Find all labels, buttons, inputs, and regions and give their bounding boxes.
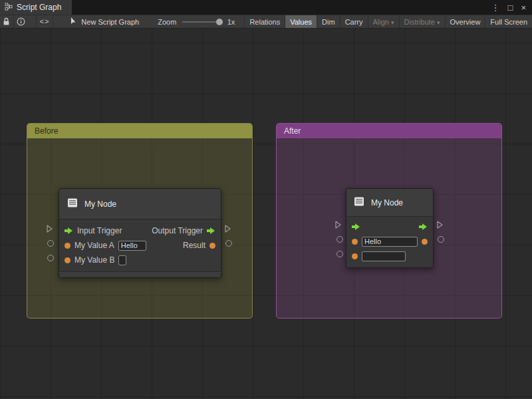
window-controls: ⋮ □ × bbox=[491, 0, 532, 15]
result-ext-port[interactable] bbox=[225, 240, 232, 247]
result-label: Result bbox=[183, 241, 205, 250]
values-button[interactable]: Values bbox=[285, 15, 317, 28]
value-b-ext-port[interactable] bbox=[47, 255, 54, 261]
flow-port-row bbox=[346, 219, 433, 234]
fullscreen-button[interactable]: Full Screen bbox=[485, 15, 532, 28]
script-graph-window: Script Graph ⋮ □ × <> New Script Graph Z… bbox=[0, 0, 532, 399]
kebab-menu-icon[interactable]: ⋮ bbox=[491, 3, 500, 13]
flow-output-port-icon[interactable] bbox=[419, 223, 428, 230]
node-footer bbox=[59, 271, 221, 277]
node-icon bbox=[352, 195, 366, 210]
zoom-slider-handle[interactable] bbox=[216, 19, 223, 25]
value-a-input[interactable] bbox=[362, 237, 418, 247]
tab-title: Script Graph bbox=[17, 3, 61, 12]
value-port-row: My Value B bbox=[59, 253, 221, 267]
flow-input-ext-port[interactable] bbox=[47, 225, 53, 233]
graph-breadcrumb[interactable]: New Script Graph bbox=[69, 17, 139, 27]
group-before-label: Before bbox=[35, 126, 58, 136]
value-port-row: My Value A Result bbox=[59, 238, 221, 253]
node-title: My Node bbox=[84, 200, 116, 209]
distribute-button: Distribute ▾ bbox=[399, 15, 445, 28]
toolbar-buttons: Relations Values Dim Carry Align ▾ Distr… bbox=[244, 15, 532, 28]
graph-canvas[interactable]: Before After My Node Input Trigger bbox=[0, 29, 532, 399]
value-port-row bbox=[346, 234, 433, 249]
node-after-header[interactable]: My Node bbox=[346, 189, 433, 217]
node-icon bbox=[66, 196, 79, 211]
value-a-label: My Value A bbox=[74, 241, 114, 250]
value-b-ext-port[interactable] bbox=[336, 251, 343, 257]
group-after-label: After bbox=[284, 126, 301, 136]
relations-button[interactable]: Relations bbox=[244, 15, 285, 28]
value-b-label: My Value B bbox=[74, 255, 114, 265]
value-a-ext-port[interactable] bbox=[47, 240, 54, 247]
group-after-header[interactable]: After bbox=[277, 124, 501, 138]
node-before-body: Input Trigger Output Trigger My Value A … bbox=[59, 219, 221, 271]
value-a-ext-port[interactable] bbox=[336, 236, 343, 243]
value-port-row bbox=[346, 249, 433, 263]
flow-output-ext-port[interactable] bbox=[437, 221, 443, 229]
flow-input-port-icon[interactable] bbox=[352, 223, 360, 230]
cursor-icon bbox=[69, 17, 77, 27]
flow-output-port-icon[interactable] bbox=[207, 227, 215, 234]
script-graph-icon bbox=[5, 3, 13, 13]
node-before[interactable]: My Node Input Trigger Output Trigger bbox=[59, 188, 221, 278]
zoom-label: Zoom bbox=[158, 18, 176, 26]
chevron-down-icon: ▾ bbox=[437, 19, 440, 26]
output-trigger-label: Output Trigger bbox=[152, 226, 203, 235]
zoom-slider[interactable] bbox=[182, 21, 222, 23]
align-button: Align ▾ bbox=[368, 15, 399, 28]
flow-port-row: Input Trigger Output Trigger bbox=[59, 223, 221, 238]
group-before-header[interactable]: Before bbox=[27, 124, 252, 138]
graph-toolbar: <> New Script Graph Zoom 1x Relations Va… bbox=[0, 15, 532, 29]
result-port-dot[interactable] bbox=[422, 239, 428, 245]
distribute-label: Distribute bbox=[404, 18, 435, 26]
overview-button[interactable]: Overview bbox=[445, 15, 485, 28]
node-before-header[interactable]: My Node bbox=[59, 189, 221, 219]
flow-input-ext-port[interactable] bbox=[335, 221, 341, 229]
value-a-port-dot[interactable] bbox=[65, 243, 70, 249]
node-after-body bbox=[346, 217, 433, 267]
result-port-dot[interactable] bbox=[209, 243, 215, 249]
flow-input-port-icon[interactable] bbox=[65, 227, 73, 234]
input-trigger-label: Input Trigger bbox=[77, 226, 122, 235]
node-title: My Node bbox=[371, 198, 403, 207]
value-a-port-dot[interactable] bbox=[352, 239, 358, 245]
tab-script-graph[interactable]: Script Graph bbox=[0, 0, 72, 15]
chevron-down-icon: ▾ bbox=[391, 19, 394, 26]
info-icon[interactable] bbox=[14, 15, 28, 28]
value-b-input[interactable] bbox=[362, 251, 406, 261]
lock-icon[interactable] bbox=[0, 15, 13, 28]
value-b-port-dot[interactable] bbox=[65, 257, 70, 263]
value-a-input[interactable] bbox=[118, 241, 146, 251]
maximize-icon[interactable]: □ bbox=[508, 3, 513, 13]
code-view-icon[interactable]: <> bbox=[37, 15, 53, 28]
dim-button[interactable]: Dim bbox=[317, 15, 340, 28]
result-ext-port[interactable] bbox=[438, 236, 444, 243]
value-b-input[interactable] bbox=[118, 255, 126, 265]
align-label: Align bbox=[373, 18, 389, 26]
value-b-port-dot[interactable] bbox=[352, 253, 358, 259]
node-after[interactable]: My Node bbox=[346, 188, 434, 268]
titlebar: Script Graph ⋮ □ × bbox=[0, 0, 532, 15]
zoom-value: 1x bbox=[227, 18, 235, 26]
toolbar-separator bbox=[53, 15, 53, 28]
graph-name-label: New Script Graph bbox=[81, 18, 139, 26]
flow-output-ext-port[interactable] bbox=[225, 225, 231, 233]
close-icon[interactable]: × bbox=[521, 3, 526, 13]
carry-button[interactable]: Carry bbox=[340, 15, 368, 28]
